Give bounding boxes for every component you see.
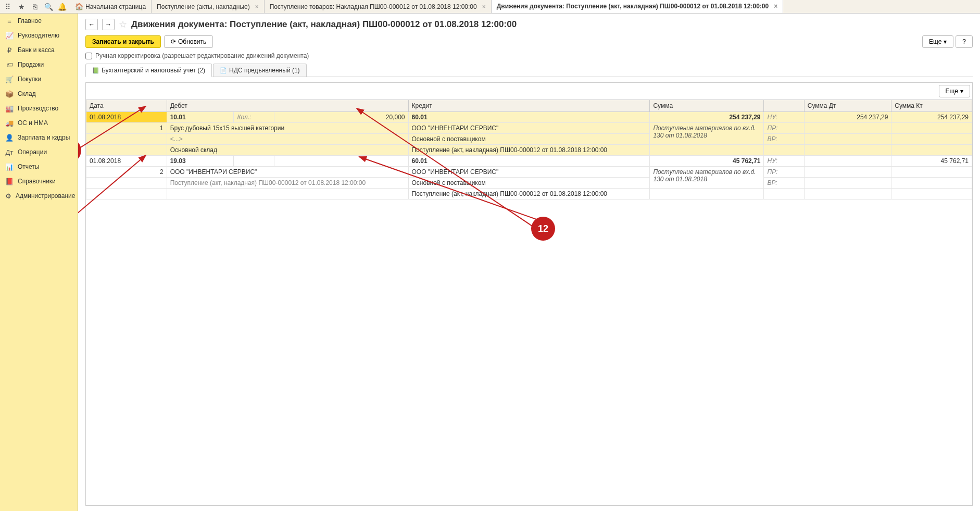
- refresh-button[interactable]: ⟳Обновить: [164, 35, 213, 48]
- top-nav: ⠿ ★ ⎘ 🔍 🔔 🏠Начальная страницаПоступление…: [0, 0, 980, 14]
- cell-nu: НУ:: [764, 112, 804, 123]
- col-date[interactable]: Дата: [86, 100, 167, 112]
- nav-tab[interactable]: 🏠Начальная страница: [70, 0, 152, 13]
- col-sumkt[interactable]: Сумма Кт: [891, 100, 972, 112]
- cell-credit-l4: Поступление (акт, накладная) ПШ00-000012…: [408, 189, 650, 200]
- cell-credit-l4: Поступление (акт, накладная) ПШ00-000012…: [408, 145, 650, 156]
- sidebar-label: Отчеты: [18, 163, 39, 170]
- top-icon-bar: ⠿ ★ ⎘ 🔍 🔔: [0, 0, 70, 13]
- sidebar-icon: 👤: [5, 133, 14, 142]
- nav-tab[interactable]: Поступление (акты, накладные)×: [152, 0, 265, 13]
- content: ← → ☆ Движения документа: Поступление (а…: [78, 14, 980, 511]
- tab-label: Движения документа: Поступление (акт, на…: [497, 3, 769, 10]
- table-row[interactable]: Поступление (акт, накладная) ПШ00-000012…: [86, 189, 972, 200]
- cell-debit-l2: ООО "ИНВЕНТАРИ СЕРВИС": [167, 167, 408, 178]
- sidebar-item[interactable]: 📦Склад: [0, 86, 78, 101]
- close-icon[interactable]: ×: [774, 3, 777, 10]
- table-row[interactable]: Основной складПоступление (акт, накладна…: [86, 145, 972, 156]
- cell-credit-acc: 60.01: [408, 156, 650, 167]
- sidebar-label: Производство: [18, 105, 58, 112]
- cell-debit-l3: <...>: [167, 134, 408, 145]
- sidebar-item[interactable]: 👤Зарплата и кадры: [0, 130, 78, 145]
- save-close-button[interactable]: Записать и закрыть: [85, 35, 161, 48]
- cell-num: 1: [86, 123, 167, 134]
- more-button[interactable]: Еще ▾: [922, 35, 953, 48]
- cell-desc: Поступление материалов по вх.д. 130 от 0…: [650, 167, 764, 189]
- annotation-10: 10: [78, 139, 81, 163]
- cell-sum: 254 237,29: [650, 112, 764, 123]
- sidebar-item[interactable]: 🏭Производство: [0, 101, 78, 116]
- help-button[interactable]: ?: [956, 35, 973, 48]
- table-row[interactable]: <...>Основной с поставщикомВР:: [86, 134, 972, 145]
- tab-label: Поступление товаров: Накладная ПШ00-0000…: [270, 3, 477, 10]
- doc-tab[interactable]: 📗Бухгалтерский и налоговый учет (2): [85, 64, 212, 77]
- sidebar-label: ОС и НМА: [18, 119, 48, 127]
- close-icon[interactable]: ×: [255, 3, 259, 10]
- sidebar-item[interactable]: 🛒Покупки: [0, 72, 78, 86]
- cell-qty: 20,000: [274, 112, 408, 123]
- table-row[interactable]: Поступление (акт, накладная) ПШ00-000012…: [86, 178, 972, 189]
- sidebar-item[interactable]: ДтОперации: [0, 145, 78, 159]
- nav-tab[interactable]: Движения документа: Поступление (акт, на…: [492, 0, 783, 13]
- table-area: Еще ▾ Дата Дебет Кредит Сумма: [85, 82, 973, 506]
- cell-date: 01.08.2018: [86, 156, 167, 167]
- forward-button[interactable]: →: [102, 19, 115, 30]
- cell-sumdt: 254 237,29: [804, 112, 891, 123]
- sidebar-item[interactable]: ≡Главное: [0, 14, 78, 28]
- sidebar-item[interactable]: 📈Руководителю: [0, 28, 78, 43]
- table-header-row: Дата Дебет Кредит Сумма Сумма Дт Сумма К…: [86, 100, 972, 112]
- col-sum[interactable]: Сумма: [650, 100, 764, 112]
- cell-qty-label: [234, 156, 274, 167]
- close-icon[interactable]: ×: [482, 3, 486, 10]
- table-row[interactable]: 1Брус дубовый 15х15 высшей категорииООО …: [86, 123, 972, 134]
- search-icon[interactable]: 🔍: [44, 2, 53, 11]
- bell-icon[interactable]: 🔔: [57, 2, 67, 11]
- back-button[interactable]: ←: [85, 19, 98, 30]
- cell-sumkt: 254 237,29: [891, 112, 972, 123]
- col-credit[interactable]: Кредит: [408, 100, 650, 112]
- tab-label: Поступление (акты, накладные): [157, 3, 250, 10]
- sidebar-icon: ⚙: [5, 192, 11, 200]
- table-row[interactable]: 01.08.201819.0360.0145 762,71НУ:45 762,7…: [86, 156, 972, 167]
- sidebar-item[interactable]: 📊Отчеты: [0, 159, 78, 174]
- favorite-icon[interactable]: ☆: [119, 19, 127, 30]
- cell-debit-acc: 10.01: [167, 112, 234, 123]
- cell-debit-acc: 19.03: [167, 156, 234, 167]
- cell-date: 01.08.2018: [86, 112, 167, 123]
- sidebar-icon: 🏭: [5, 104, 14, 113]
- sidebar-item[interactable]: ⚙Администрирование: [0, 189, 78, 203]
- cell-qty-label: Кол.:: [234, 112, 274, 123]
- table-more-button[interactable]: Еще ▾: [939, 85, 970, 97]
- sidebar-label: Администрирование: [16, 192, 75, 200]
- cell-qty: [274, 156, 408, 167]
- cell-desc: Поступление материалов по вх.д. 130 от 0…: [650, 123, 764, 145]
- manual-edit-checkbox[interactable]: [85, 53, 92, 59]
- nav-tab[interactable]: Поступление товаров: Накладная ПШ00-0000…: [265, 0, 492, 13]
- sidebar-item[interactable]: 🚚ОС и НМА: [0, 116, 78, 130]
- col-sumdt[interactable]: Сумма Дт: [804, 100, 891, 112]
- sidebar-item[interactable]: ₽Банк и касса: [0, 43, 78, 57]
- grid-icon[interactable]: ⠿: [3, 2, 12, 11]
- cell-debit-l2: Брус дубовый 15х15 высшей категории: [167, 123, 408, 134]
- table-row[interactable]: 01.08.201810.01Кол.:20,00060.01254 237,2…: [86, 112, 972, 123]
- sidebar-item[interactable]: 🏷Продажи: [0, 57, 78, 72]
- doc-tab[interactable]: 📄НДС предъявленный (1): [213, 64, 306, 77]
- sidebar-icon: ≡: [5, 17, 14, 25]
- clip-icon[interactable]: ⎘: [30, 2, 40, 11]
- sidebar-icon: 📦: [5, 90, 14, 98]
- col-debit[interactable]: Дебет: [167, 100, 408, 112]
- table-row[interactable]: 2ООО "ИНВЕНТАРИ СЕРВИС"ООО "ИНВЕНТАРИ СЕ…: [86, 167, 972, 178]
- manual-edit-label: Ручная корректировка (разрешает редактир…: [95, 52, 309, 59]
- doc-tab-label: Бухгалтерский и налоговый учет (2): [102, 67, 205, 74]
- cell-num: 2: [86, 167, 167, 178]
- doc-tab-icon: 📄: [220, 67, 227, 74]
- star-icon[interactable]: ★: [17, 2, 26, 11]
- cell-sum: 45 762,71: [650, 156, 764, 167]
- cell-sumdt: [804, 156, 891, 167]
- cell-debit-l4: [167, 189, 408, 200]
- sidebar-icon: 📊: [5, 163, 14, 171]
- cell-credit-acc: 60.01: [408, 112, 650, 123]
- sidebar-item[interactable]: 📕Справочники: [0, 174, 78, 189]
- cell-credit-l3: Основной с поставщиком: [408, 134, 650, 145]
- tab-label: Начальная страница: [85, 3, 146, 10]
